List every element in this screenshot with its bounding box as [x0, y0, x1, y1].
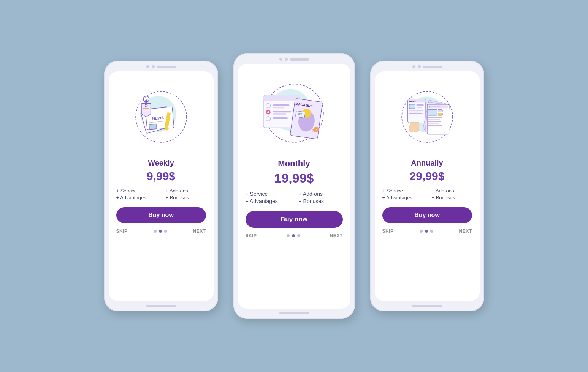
- skip-label[interactable]: SKIP: [246, 233, 257, 238]
- svg-rect-44: [409, 110, 423, 110]
- svg-rect-52: [431, 106, 441, 107]
- feature-service: + Service: [116, 188, 157, 194]
- phone-screen-monthly: MAGAZINE Top 10 $ Monthly 19,99$ + Servi…: [238, 64, 350, 309]
- speaker: [157, 66, 176, 68]
- nav-dot-2: [292, 234, 295, 237]
- next-label[interactable]: NEXT: [459, 229, 472, 234]
- nav-dot-3: [297, 234, 300, 237]
- camera-dot: [412, 65, 415, 68]
- svg-rect-23: [273, 113, 286, 115]
- sensor-dot: [152, 65, 155, 68]
- svg-rect-60: [428, 125, 442, 126]
- svg-rect-42: [416, 104, 423, 106]
- svg-rect-56: [428, 117, 442, 118]
- annually-price: 29,99$: [410, 170, 445, 183]
- svg-rect-46: [409, 113, 422, 114]
- nav-dot-2: [425, 230, 428, 233]
- home-bar: [146, 305, 176, 307]
- camera-dot: [279, 58, 282, 61]
- illustration-monthly: MAGAZINE Top 10 $: [246, 71, 343, 155]
- svg-rect-55: [438, 113, 442, 115]
- nav-dot-2: [159, 230, 162, 233]
- feature-addons: + Add-ons: [166, 188, 206, 194]
- svg-rect-43: [416, 107, 422, 108]
- weekly-title: Weekly: [148, 159, 174, 167]
- svg-rect-45: [409, 112, 421, 112]
- annually-features: + Service + Add-ons + Advantages + Bonus…: [382, 188, 472, 200]
- feature-addons: + Add-ons: [299, 191, 343, 197]
- speaker: [290, 58, 309, 61]
- weekly-buy-button[interactable]: Buy now: [116, 207, 206, 223]
- svg-text:NEWS: NEWS: [409, 100, 416, 103]
- sensor-dot: [418, 65, 421, 68]
- camera-dot: [146, 65, 149, 68]
- nav-dot-1: [154, 230, 157, 233]
- phone-screen-weekly: NEWS Weekly 9,99$ + Service: [109, 71, 214, 301]
- svg-rect-25: [273, 117, 287, 119]
- feature-advantages: + Advantages: [382, 195, 423, 200]
- monthly-price: 19,99$: [274, 171, 314, 186]
- feature-advantages: + Advantages: [246, 198, 290, 204]
- phone-weekly: NEWS Weekly 9,99$ + Service: [104, 61, 218, 311]
- annually-buy-button[interactable]: Buy now: [382, 207, 472, 223]
- phones-container: NEWS Weekly 9,99$ + Service: [104, 53, 484, 319]
- nav-dots: [154, 230, 167, 233]
- nav-dot-3: [430, 230, 433, 233]
- nav-dot-1: [287, 234, 290, 237]
- svg-rect-57: [428, 119, 440, 120]
- svg-rect-10: [145, 99, 147, 104]
- svg-rect-15: [263, 95, 299, 101]
- phone-top-bar: [109, 65, 214, 68]
- skip-label[interactable]: SKIP: [116, 229, 128, 234]
- weekly-features: + Service + Add-ons + Advantages + Bonus…: [116, 188, 206, 200]
- svg-rect-41: [409, 104, 415, 109]
- next-label[interactable]: NEXT: [193, 229, 206, 234]
- nav-dot-1: [420, 230, 423, 233]
- svg-point-21: [267, 111, 269, 113]
- feature-service: + Service: [382, 188, 423, 194]
- feature-bonuses: + Bonuses: [299, 198, 343, 204]
- nav-dots: [420, 230, 433, 233]
- svg-rect-19: [273, 107, 284, 108]
- svg-rect-7: [143, 108, 149, 109]
- phone-top-bar-monthly: [238, 58, 350, 61]
- feature-bonuses: + Bonuses: [432, 195, 472, 200]
- annually-title: Annually: [411, 159, 443, 167]
- sensor-dot: [285, 58, 288, 61]
- monthly-buy-button[interactable]: Buy now: [246, 211, 343, 228]
- weekly-price: 9,99$: [147, 170, 175, 183]
- phone-annually: NEWS: [370, 61, 484, 311]
- feature-addons: + Add-ons: [432, 188, 472, 194]
- feature-advantages: + Advantages: [116, 195, 157, 200]
- home-bar: [279, 312, 309, 314]
- phone-screen-annually: NEWS: [375, 71, 480, 301]
- nav-dot-3: [164, 230, 167, 233]
- svg-rect-58: [428, 121, 441, 122]
- svg-rect-59: [428, 123, 439, 124]
- phone-nav-monthly: SKIP NEXT: [246, 233, 343, 238]
- illustration-weekly: NEWS: [116, 79, 206, 155]
- svg-rect-54: [438, 109, 442, 112]
- phone-monthly: MAGAZINE Top 10 $ Monthly 19,99$ + Servi…: [233, 53, 355, 319]
- phone-nav-weekly: SKIP NEXT: [116, 229, 206, 234]
- speaker: [423, 66, 442, 68]
- svg-rect-53: [428, 109, 437, 115]
- svg-rect-22: [273, 111, 291, 112]
- phone-top-bar-annually: [375, 65, 480, 68]
- illustration-annually: NEWS: [382, 79, 472, 155]
- feature-bonuses: + Bonuses: [166, 195, 206, 200]
- svg-rect-6: [149, 124, 157, 129]
- svg-rect-18: [273, 104, 289, 106]
- next-label[interactable]: NEXT: [330, 233, 342, 238]
- home-bar: [412, 305, 442, 307]
- svg-point-51: [428, 106, 430, 108]
- skip-label[interactable]: SKIP: [382, 229, 394, 234]
- feature-service: + Service: [246, 191, 290, 197]
- nav-dots: [287, 234, 300, 237]
- phone-nav-annually: SKIP NEXT: [382, 229, 472, 234]
- monthly-title: Monthly: [278, 159, 310, 169]
- monthly-features: + Service + Add-ons + Advantages + Bonus…: [246, 191, 343, 204]
